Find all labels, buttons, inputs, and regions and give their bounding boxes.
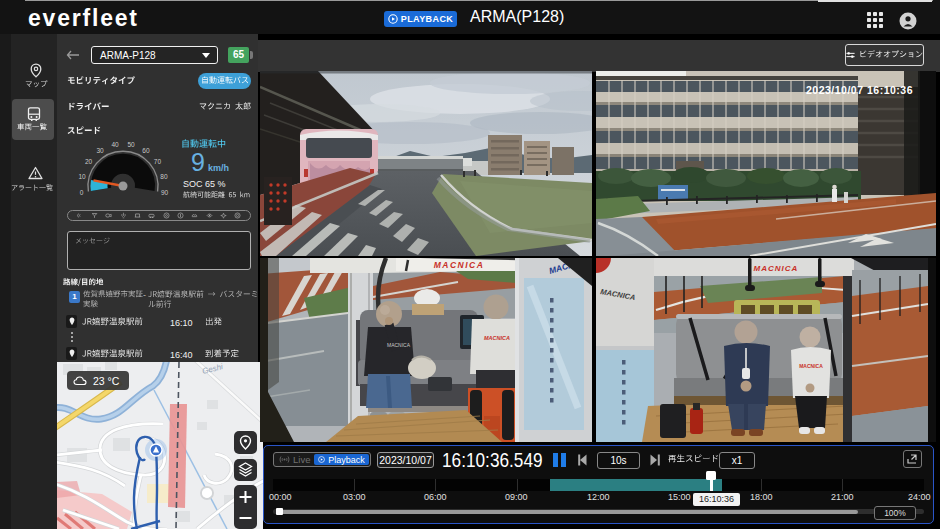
svg-text:80: 80 xyxy=(160,173,168,180)
svg-text:MACNICA: MACNICA xyxy=(799,363,823,369)
svg-text:MACNICA: MACNICA xyxy=(434,260,485,270)
svg-text:30: 30 xyxy=(96,147,104,154)
svg-text:0: 0 xyxy=(80,189,84,196)
svg-text:MACNICA: MACNICA xyxy=(387,342,411,348)
svg-text:40: 40 xyxy=(111,141,119,148)
svg-text:10: 10 xyxy=(78,173,86,180)
svg-text:50: 50 xyxy=(127,141,135,148)
svg-text:60: 60 xyxy=(142,147,150,154)
svg-text:70: 70 xyxy=(154,158,162,165)
svg-text:20: 20 xyxy=(85,158,93,165)
svg-text:90: 90 xyxy=(161,189,169,196)
svg-text:MACNICA: MACNICA xyxy=(484,335,510,341)
svg-text:MACNICA: MACNICA xyxy=(754,264,799,273)
svg-text:2023/10/07 16:10:36: 2023/10/07 16:10:36 xyxy=(806,84,913,96)
